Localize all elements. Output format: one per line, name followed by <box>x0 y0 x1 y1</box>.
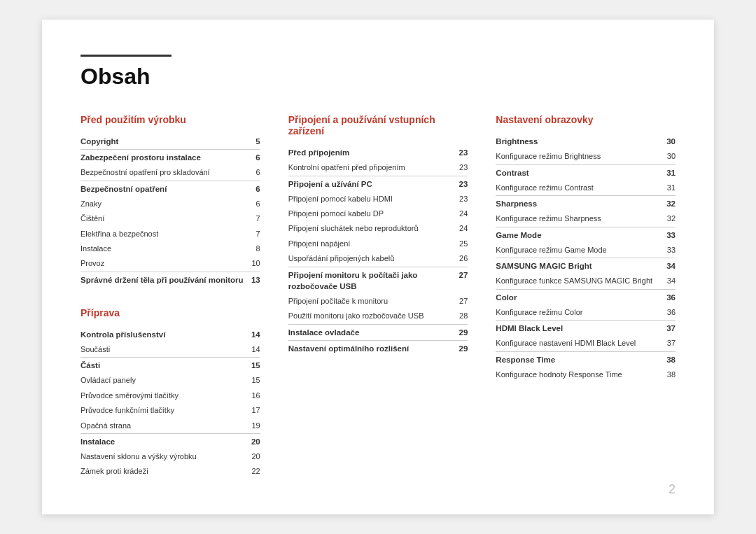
toc-item-label: HDMI Black Level <box>496 321 662 337</box>
toc-item-page: 29 <box>456 324 468 340</box>
toc-item-page: 33 <box>662 243 676 258</box>
toc-row: Zabezpečení prostoru instalace6 <box>80 150 260 166</box>
toc-table-sec1: Copyright5Zabezpečení prostoru instalace… <box>80 134 260 288</box>
toc-item-page: 6 <box>247 165 260 181</box>
toc-row: Před připojením23 <box>288 145 468 160</box>
toc-item-label: Před připojením <box>288 145 456 160</box>
toc-item-page: 32 <box>662 196 676 212</box>
toc-row: Připojení napájení25 <box>288 237 468 251</box>
toc-row: Ovládací panely15 <box>80 373 260 388</box>
toc-row: Response Time38 <box>496 351 676 367</box>
toc-item-label: Konfigurace funkce SAMSUNG MAGIC Bright <box>496 274 662 289</box>
toc-item-label: Připojení počítače k monitoru <box>288 294 456 309</box>
toc-row: Uspořádání připojených kabelů26 <box>288 251 468 267</box>
toc-item-label: Bezpečnostní opatření <box>80 181 247 197</box>
toc-item-page: 7 <box>247 227 260 241</box>
toc-item-page: 27 <box>456 267 468 294</box>
toc-item-page: 15 <box>243 358 260 374</box>
toc-item-page: 20 <box>243 433 260 449</box>
toc-item-page: 37 <box>662 321 676 337</box>
toc-item-label: Opačná strana <box>80 419 243 434</box>
toc-row: Připojení a užívání PC23 <box>288 176 468 192</box>
toc-row: Game Mode33 <box>496 227 676 243</box>
toc-row: Správné držení těla při používání monito… <box>80 272 260 288</box>
column-1: Před použitím výrobkuCopyright5Zabezpeče… <box>80 114 288 479</box>
toc-row: Sharpness32 <box>496 196 676 212</box>
toc-row: Contrast31 <box>496 164 676 181</box>
toc-item-page: 24 <box>456 206 468 221</box>
toc-row: Provoz10 <box>80 256 260 272</box>
toc-item-page: 10 <box>247 256 260 272</box>
toc-item-label: Zabezpečení prostoru instalace <box>80 150 247 166</box>
toc-row: Brightness30 <box>496 134 676 149</box>
toc-item-label: Čištění <box>80 211 247 226</box>
toc-item-page: 27 <box>456 294 468 309</box>
toc-item-label: Znaky <box>80 197 247 211</box>
toc-item-page: 23 <box>456 160 468 176</box>
title-bar <box>80 55 172 57</box>
toc-item-label: Konfigurace nastavení HDMI Black Level <box>496 336 662 351</box>
toc-row: Připojení pomocí kabelu HDMI23 <box>288 192 468 206</box>
toc-item-page: 38 <box>662 367 676 382</box>
toc-row: Průvodce funkčními tlačítky17 <box>80 403 260 418</box>
toc-item-label: Připojení napájení <box>288 237 456 251</box>
toc-item-page: 23 <box>456 145 468 160</box>
toc-row: Použití monitoru jako rozbočovače USB28 <box>288 309 468 324</box>
toc-item-page: 33 <box>662 227 676 243</box>
toc-item-label: Připojení monitoru k počítači jako rozbo… <box>288 267 456 294</box>
toc-row: Konfigurace režimu Contrast31 <box>496 181 676 196</box>
section-title-sec3: Připojení a používání vstupních zařízení <box>288 114 468 136</box>
toc-row: Color36 <box>496 289 676 305</box>
toc-row: Připojení sluchátek nebo reproduktorů24 <box>288 221 468 236</box>
toc-row: Konfigurace režimu Sharpness32 <box>496 211 676 227</box>
toc-item-page: 14 <box>243 342 260 358</box>
toc-item-page: 19 <box>243 419 260 434</box>
toc-item-page: 38 <box>662 351 676 367</box>
toc-row: Nastavení optimálního rozlišení29 <box>288 340 468 356</box>
toc-item-page: 25 <box>456 237 468 251</box>
toc-item-page: 6 <box>247 150 260 166</box>
toc-item-label: Připojení sluchátek nebo reproduktorů <box>288 221 456 236</box>
toc-row: Instalace20 <box>80 433 260 449</box>
toc-item-label: Copyright <box>80 134 247 150</box>
toc-item-page: 14 <box>243 327 260 342</box>
toc-item-label: Provoz <box>80 256 247 272</box>
section-title-sec2: Příprava <box>80 307 260 318</box>
toc-item-label: Kontrolní opatření před připojením <box>288 160 456 176</box>
toc-row: Připojení monitoru k počítači jako rozbo… <box>288 267 468 294</box>
toc-item-label: Instalace <box>80 241 247 256</box>
toc-item-page: 32 <box>662 211 676 227</box>
toc-item-label: Zámek proti krádeži <box>80 464 243 479</box>
page-number: 2 <box>668 482 676 497</box>
toc-table-sec2: Kontrola příslušenství14Součásti14Části1… <box>80 327 260 479</box>
toc-row: Instalace8 <box>80 241 260 256</box>
toc-item-label: Instalace ovladače <box>288 324 456 340</box>
toc-item-page: 5 <box>247 134 260 150</box>
toc-item-label: Nastavení sklonu a výšky výrobku <box>80 449 243 464</box>
toc-table-sec4: Brightness30Konfigurace režimu Brightnes… <box>496 134 676 382</box>
toc-item-page: 31 <box>662 181 676 196</box>
section-title-sec4: Nastavení obrazovky <box>496 114 676 125</box>
toc-item-label: Konfigurace hodnoty Response Time <box>496 367 662 382</box>
toc-row: Konfigurace hodnoty Response Time38 <box>496 367 676 382</box>
toc-row: Konfigurace nastavení HDMI Black Level37 <box>496 336 676 351</box>
toc-item-label: Instalace <box>80 433 243 449</box>
toc-item-page: 36 <box>662 305 676 321</box>
toc-row: Připojení pomocí kabelu DP24 <box>288 206 468 221</box>
toc-item-label: Konfigurace režimu Sharpness <box>496 211 662 227</box>
toc-item-label: Připojení pomocí kabelu HDMI <box>288 192 456 206</box>
toc-item-label: Contrast <box>496 164 662 181</box>
toc-item-page: 31 <box>662 164 676 181</box>
toc-item-label: Bezpečnostní opatření pro skladování <box>80 165 247 181</box>
toc-item-page: 34 <box>662 258 676 274</box>
toc-row: SAMSUNG MAGIC Bright34 <box>496 258 676 274</box>
toc-item-page: 30 <box>662 149 676 164</box>
toc-item-page: 17 <box>243 403 260 418</box>
column-2: Připojení a používání vstupních zařízení… <box>288 114 496 479</box>
toc-item-label: Správné držení těla při používání monito… <box>80 272 247 288</box>
toc-item-label: Konfigurace režimu Game Mode <box>496 243 662 258</box>
toc-item-label: Game Mode <box>496 227 662 243</box>
toc-item-page: 15 <box>243 373 260 388</box>
toc-row: Připojení počítače k monitoru27 <box>288 294 468 309</box>
toc-row: Konfigurace režimu Color36 <box>496 305 676 321</box>
